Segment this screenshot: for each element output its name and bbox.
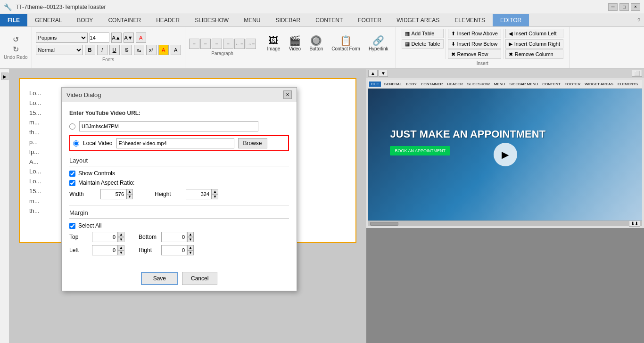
font-size-decrease-button[interactable]: A▼ (124, 33, 134, 43)
preview-ribbon-sim: FILE GENERAL BODY CONTAINER HEADER SLIDE… (368, 80, 642, 89)
tab-editor[interactable]: EDITOR (493, 14, 529, 26)
font-size-increase-button[interactable]: A▲ (111, 33, 122, 43)
remove-col-button[interactable]: ✖ Remove Column (505, 49, 563, 59)
cancel-button[interactable]: Cancel (182, 272, 217, 285)
height-up-button[interactable]: ▲ (212, 189, 218, 194)
width-up-button[interactable]: ▲ (126, 189, 133, 194)
preview-hero: ▶ JUST MAKE AN APPOINTMENT BOOK AN APPOI… (368, 89, 642, 220)
right-up-button[interactable]: ▲ (187, 245, 194, 250)
margin-left-col: Top ▲ ▼ Left (69, 232, 124, 258)
image-button[interactable]: 🖼 Image (264, 33, 284, 54)
indent-button[interactable]: →≡ (246, 39, 256, 49)
sidebar-toggle-button[interactable]: ▶ (1, 73, 8, 80)
top-input[interactable] (92, 232, 118, 242)
remove-row-button[interactable]: ✖ Remove Row (448, 49, 501, 59)
subscript-button[interactable]: x₂ (134, 45, 144, 55)
outdent-button[interactable]: ←≡ (234, 39, 245, 49)
height-down-button[interactable]: ▼ (212, 194, 218, 199)
youtube-url-input[interactable] (79, 121, 258, 131)
delete-table-button[interactable]: ▦ Delete Table (402, 39, 444, 49)
bold-button[interactable]: B (85, 45, 95, 55)
show-controls-checkbox[interactable] (69, 171, 75, 177)
text-bg-color-button[interactable]: A (171, 45, 181, 55)
strikethrough-button[interactable]: S (122, 45, 132, 55)
bottom-up-button[interactable]: ▲ (187, 232, 194, 237)
select-all-checkbox[interactable] (69, 223, 75, 229)
tab-sidebar[interactable]: SIDEBAR (268, 14, 308, 26)
youtube-radio[interactable] (69, 123, 75, 130)
insert-col-right-button[interactable]: ▶ Insert Column Right (505, 39, 563, 49)
preview-expand[interactable]: ⬜ (632, 70, 642, 77)
tab-container[interactable]: CONTAINER (100, 14, 149, 26)
video-button[interactable]: 🎬 Video (285, 33, 304, 54)
row-remove-icon: ✖ (451, 51, 455, 57)
width-input[interactable] (100, 189, 126, 199)
scroll-to-bottom[interactable]: ⬇⬇ (629, 220, 640, 227)
bottom-down-button[interactable]: ▼ (187, 237, 194, 242)
superscript-button[interactable]: x² (146, 45, 157, 55)
tab-footer[interactable]: FOOTER (350, 14, 389, 26)
browse-button[interactable]: Browse (238, 138, 267, 148)
width-down-button[interactable]: ▼ (126, 194, 133, 199)
tab-file[interactable]: FILE (0, 14, 27, 26)
contact-form-icon: 📋 (340, 36, 352, 45)
tab-slideshow[interactable]: SLIDESHOW (187, 14, 236, 26)
align-right-button[interactable]: ≡ (212, 39, 222, 49)
video-icon: 🎬 (289, 36, 301, 45)
bottom-input[interactable] (161, 232, 187, 242)
preview-scroll-up[interactable]: ▲ (368, 70, 378, 77)
maximize-button[interactable]: □ (619, 3, 629, 11)
close-button[interactable]: × (631, 3, 640, 11)
top-down-button[interactable]: ▼ (118, 237, 124, 242)
tab-content[interactable]: CONTENT (308, 14, 350, 26)
local-video-radio[interactable] (73, 140, 79, 147)
contact-form-label: Contact Form (331, 46, 360, 51)
align-left-button[interactable]: ≡ (189, 39, 199, 49)
height-input[interactable] (186, 189, 212, 199)
cta-button[interactable]: BOOK AN APPOINTMENT (390, 146, 450, 155)
tab-elements[interactable]: ELEMENTS (447, 14, 493, 26)
tab-header[interactable]: HEADER (149, 14, 187, 26)
tab-body[interactable]: BODY (69, 14, 100, 26)
contact-form-button[interactable]: 📋 Contact Form (328, 33, 363, 54)
hyperlink-button[interactable]: 🔗 Hyperlink (365, 33, 392, 54)
italic-button[interactable]: I (97, 45, 107, 55)
text-style-select[interactable]: Normal (36, 45, 83, 55)
insert-col-left-button[interactable]: ◀ Insert Column Left (505, 29, 563, 38)
left-up-button[interactable]: ▲ (118, 245, 124, 250)
font-color-button[interactable]: A (136, 33, 146, 43)
dialog-close-button[interactable]: × (283, 90, 292, 99)
font-size-input[interactable] (90, 33, 109, 43)
undo-button[interactable]: ↺ (4, 35, 28, 44)
add-table-button[interactable]: ▦ Add Table (402, 29, 444, 38)
top-input-wrap: ▲ ▼ (92, 232, 124, 242)
align-center-button[interactable]: ≡ (200, 39, 211, 49)
align-justify-button[interactable]: ≡ (223, 39, 233, 49)
tab-menu[interactable]: MENU (236, 14, 268, 26)
preview-scroll-down[interactable]: ▼ (379, 70, 388, 77)
dialog-section-title: Enter YouTube Video URL: (69, 110, 289, 116)
tab-general[interactable]: GENERAL (27, 14, 69, 26)
left-input-wrap: ▲ ▼ (92, 245, 124, 255)
maintain-aspect-checkbox[interactable] (69, 180, 75, 186)
save-button[interactable]: Save (141, 272, 178, 285)
font-family-select[interactable]: Poppins (36, 33, 88, 43)
maintain-aspect-label: Maintain Aspect Ratio: (78, 180, 134, 186)
tab-widget-areas[interactable]: WIDGET AREAS (389, 14, 447, 26)
minimize-button[interactable]: ─ (608, 3, 618, 11)
highlight-button[interactable]: A (158, 45, 169, 55)
redo-button[interactable]: ↻ (4, 45, 28, 54)
left-input[interactable] (92, 245, 118, 255)
right-input[interactable] (161, 245, 187, 255)
insert-row-above-button[interactable]: ⬆ Insert Row Above (448, 29, 501, 38)
preview-scrollbar[interactable]: ⬇⬇ (368, 220, 642, 226)
select-all-label: Select All (78, 222, 101, 229)
right-down-button[interactable]: ▼ (187, 250, 194, 255)
insert-row-below-button[interactable]: ⬇ Insert Row Below (448, 39, 501, 49)
local-video-path-input[interactable] (116, 138, 234, 148)
underline-button[interactable]: U (109, 45, 120, 55)
ribbon-tab-bar: FILE GENERAL BODY CONTAINER HEADER SLIDE… (0, 14, 644, 27)
top-up-button[interactable]: ▲ (118, 232, 124, 237)
left-down-button[interactable]: ▼ (118, 250, 124, 255)
button-button[interactable]: 🔘 Button (306, 33, 326, 54)
